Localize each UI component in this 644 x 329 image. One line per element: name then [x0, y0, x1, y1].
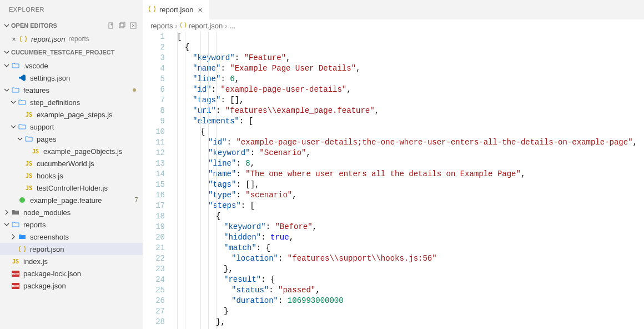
code-content[interactable]: [{"keyword": "Feature","name": "Example … [175, 32, 644, 329]
tree-item-label: pages [37, 135, 56, 143]
tree-item[interactable]: report.json [0, 243, 143, 255]
tree-item[interactable]: pages [0, 133, 143, 145]
chevron-right-icon [2, 210, 11, 215]
tree-item[interactable]: step_definitions [0, 96, 143, 108]
tab-bar: report.json × [143, 0, 644, 19]
js-icon: JS [24, 171, 33, 180]
project-tree: .vscodesettings.jsonfeaturesstep_definit… [0, 58, 143, 293]
folder-icon [18, 98, 27, 107]
tree-item[interactable]: JSindex.js [0, 255, 143, 267]
chevron-down-icon [9, 124, 18, 129]
tree-item-label: cucumberWorld.js [37, 159, 94, 168]
tree-item-label: .vscode [23, 62, 48, 70]
tree-item-label: example_pageObjects.js [43, 147, 122, 156]
chevron-down-icon [9, 99, 18, 105]
tree-item[interactable]: example_page.feature7 [0, 194, 143, 206]
chevron-down-icon [2, 23, 11, 28]
editor-area: report.json × reports › report.json › ..… [143, 0, 644, 329]
tree-item[interactable]: features [0, 84, 143, 96]
tree-item-label: hooks.js [37, 172, 63, 180]
tree-item-label: settings.json [30, 74, 70, 82]
npm-icon: npm [11, 281, 20, 290]
chevron-right-icon: › [225, 22, 227, 30]
folder-icon [11, 61, 20, 70]
tree-item[interactable]: screenshots [0, 231, 143, 243]
folder-icon [11, 208, 20, 217]
line-number-gutter: 1234567891011121314151617181920212223242… [143, 32, 175, 329]
breadcrumb-seg[interactable]: report.json [189, 22, 223, 30]
chevron-down-icon [2, 63, 11, 68]
open-editors-label: OPEN EDITORS [11, 22, 57, 29]
tree-item[interactable]: support [0, 121, 143, 133]
code-editor[interactable]: 1234567891011121314151617181920212223242… [143, 32, 644, 329]
tree-item[interactable]: .vscode [0, 59, 143, 72]
json-icon [148, 5, 156, 14]
chevron-down-icon [2, 87, 11, 93]
tree-item-label: report.json [30, 245, 64, 253]
chevron-down-icon [2, 222, 11, 227]
tab-report-json[interactable]: report.json × [143, 0, 210, 19]
svg-rect-0 [109, 23, 113, 28]
json-icon [180, 22, 187, 30]
tree-item[interactable]: JSexample_pageObjects.js [0, 145, 143, 157]
tree-item-label: step_definitions [30, 98, 80, 107]
tree-item-label: package-lock.json [23, 270, 81, 278]
folder-icon [24, 134, 33, 143]
tree-item[interactable]: JShooks.js [0, 170, 143, 182]
npm-icon: npm [11, 269, 20, 278]
breadcrumb-seg[interactable]: ... [230, 22, 236, 30]
svg-rect-1 [119, 23, 124, 28]
open-editor-item[interactable]: × report.json reports [0, 33, 143, 45]
tree-item[interactable]: reports [0, 218, 143, 231]
tree-item[interactable]: JSexample_page_steps.js [0, 108, 143, 121]
open-editors-header[interactable]: OPEN EDITORS [0, 19, 143, 32]
folder-icon [11, 220, 20, 229]
chevron-right-icon [9, 234, 18, 240]
chevron-down-icon [16, 136, 24, 142]
breadcrumb-seg[interactable]: reports [150, 22, 173, 30]
tree-item-label: screenshots [30, 233, 69, 241]
tree-item[interactable]: JScucumberWorld.js [0, 157, 143, 170]
tree-item[interactable]: node_modules [0, 206, 143, 218]
tree-item-label: node_modules [23, 208, 71, 217]
tree-item-label: support [30, 123, 54, 131]
problem-badge: 7 [134, 196, 138, 204]
breadcrumb[interactable]: reports › report.json › ... [143, 19, 644, 32]
svg-rect-2 [120, 22, 125, 27]
new-file-icon[interactable] [107, 22, 115, 29]
tree-item[interactable]: settings.json [0, 72, 143, 84]
save-all-icon[interactable] [118, 22, 126, 29]
close-icon[interactable]: × [197, 6, 203, 14]
open-editor-sub: reports [68, 35, 89, 43]
tree-item[interactable]: npmpackage.json [0, 280, 143, 292]
js-icon: JS [24, 159, 33, 168]
js-icon: JS [31, 147, 40, 156]
tree-item-label: example_page_steps.js [37, 111, 113, 119]
tree-item[interactable]: npmpackage-lock.json [0, 267, 143, 280]
tree-item-label: example_page.feature [30, 196, 102, 205]
folder-icon [18, 232, 27, 241]
close-icon[interactable]: × [10, 35, 18, 43]
explorer-title: EXPLORER [0, 0, 143, 19]
project-header[interactable]: CUCUMBER_TESTCAFE_PROJECT [0, 46, 143, 58]
close-all-icon[interactable] [129, 22, 137, 29]
js-icon: JS [11, 257, 20, 266]
tree-item-label: reports [23, 221, 46, 229]
js-icon: JS [24, 110, 33, 119]
json-icon [19, 34, 28, 43]
folder-icon [18, 122, 27, 131]
chevron-right-icon: › [175, 22, 177, 30]
folder-icon [11, 86, 20, 94]
tree-item[interactable]: JStestControllerHolder.js [0, 182, 143, 194]
modified-dot-icon [133, 88, 136, 92]
project-label: CUCUMBER_TESTCAFE_PROJECT [11, 49, 114, 56]
tree-item-label: features [23, 86, 49, 94]
js-icon: JS [24, 183, 33, 192]
tab-label: report.json [159, 6, 193, 14]
json-icon [18, 245, 27, 253]
explorer-sidebar: EXPLORER OPEN EDITORS × report.json repo… [0, 0, 143, 329]
chevron-down-icon [2, 49, 11, 55]
open-editors-tree: × report.json reports [0, 32, 143, 46]
tree-item-label: index.js [23, 257, 48, 266]
tree-item-label: package.json [23, 282, 66, 290]
